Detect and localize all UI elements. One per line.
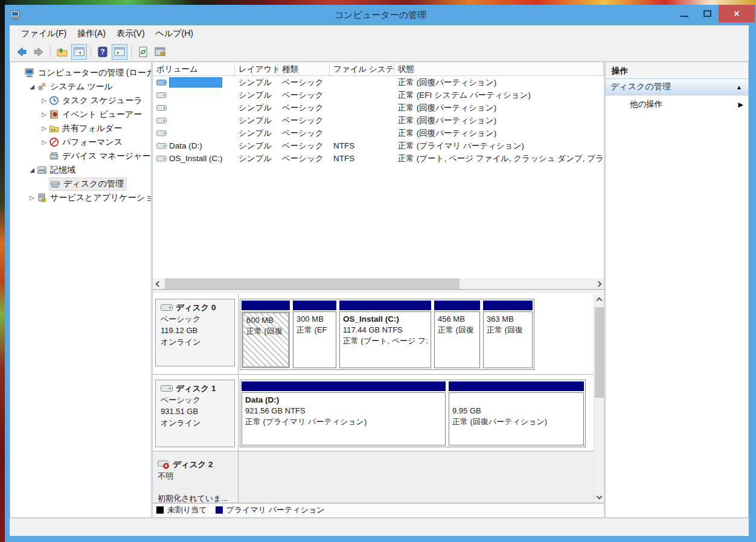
volume-list: ボリューム レイアウト 種類 ファイル システム 状態 シンプル [153, 62, 604, 278]
collapse-icon[interactable]: ▲ [736, 84, 742, 91]
tree-item-device-manager[interactable]: デバイス マネージャー [10, 149, 151, 163]
tree-item-services-applications[interactable]: ▷ サービスとアプリケーション [10, 191, 151, 205]
volume-row[interactable]: シンプル ベーシック 正常 (EFI システム パーティション) [153, 89, 604, 101]
vertical-scrollbar[interactable] [594, 294, 604, 503]
expander-icon[interactable]: ▷ [39, 125, 49, 132]
disk-0-label-box: ディスク 0 ベーシック 119.12 GB オンライン [155, 299, 235, 366]
partition[interactable]: 363 MB 正常 (回復 [483, 301, 533, 368]
toolbar-separator [50, 46, 51, 58]
menu-file[interactable]: ファイル(F) [16, 27, 72, 41]
volume-row[interactable]: Data (D:) シンプル ベーシック NTFS 正常 (プライマリ パーティ… [153, 139, 604, 152]
volume-icon [156, 79, 167, 86]
tree-item-event-viewer[interactable]: ▷ イベント ビューアー [10, 107, 151, 121]
partition[interactable]: 9.95 GB 正常 (回復パーティション) [449, 381, 584, 445]
tree-item-computer-management[interactable]: コンピューターの管理 (ローカル) [10, 66, 151, 80]
action-pane-icon [114, 46, 126, 58]
column-header-volume[interactable]: ボリューム [153, 62, 235, 75]
expander-icon[interactable]: ▷ [39, 111, 49, 118]
volume-row[interactable]: シンプル ベーシック 正常 (回復パーティション) [153, 114, 604, 127]
expander-icon[interactable]: ▷ [39, 97, 49, 104]
partition-body[interactable]: Data (D:) 921.56 GB NTFS 正常 (プライマリ パーティシ… [242, 392, 446, 445]
volume-row[interactable]: シンプル ベーシック 正常 (回復パーティション) [153, 101, 604, 114]
expander-icon[interactable]: ◢ [27, 83, 37, 90]
more-actions-item[interactable]: 他の操作 ▶ [606, 95, 748, 113]
disk-0-label-cell[interactable]: ディスク 0 ベーシック 119.12 GB オンライン [153, 294, 239, 374]
horizontal-scroll-thumb[interactable] [165, 278, 460, 289]
disk-0-partition-group: 600 MB 正常 (回復 300 MB [240, 299, 534, 370]
horizontal-scrollbar[interactable] [153, 278, 604, 289]
volume-icon [156, 117, 167, 124]
performance-gauge-icon [49, 137, 59, 147]
expander-icon[interactable]: ▷ [27, 194, 37, 201]
services-icon [37, 193, 47, 203]
partition-body[interactable]: 300 MB 正常 (EF [293, 311, 336, 368]
tree-item-label: サービスとアプリケーション [50, 193, 152, 203]
partition-color-bar [339, 301, 431, 310]
tree-item-system-tools[interactable]: ◢ システム ツール [10, 80, 151, 94]
volume-row[interactable]: シンプル ベーシック 正常 (回復パーティション) [153, 127, 604, 139]
tree-item-storage[interactable]: ◢ 記憶域 [10, 163, 151, 177]
scroll-up-arrow[interactable] [594, 295, 604, 305]
help-button[interactable]: ? [95, 44, 111, 60]
vertical-scroll-thumb[interactable] [595, 307, 604, 398]
tree-item-performance[interactable]: ▷ パフォーマンス [10, 135, 151, 149]
disk-1-label-cell[interactable]: ディスク 1 ベーシック 931.51 GB オンライン [153, 375, 239, 451]
menu-view[interactable]: 表示(V) [111, 27, 150, 41]
partition-body-selected[interactable]: 600 MB 正常 (回復 [242, 311, 290, 368]
pane-divider[interactable] [153, 289, 604, 294]
disk-graphical-view: ディスク 0 ベーシック 119.12 GB オンライン [153, 294, 604, 503]
main-area: コンピューターの管理 (ローカル) ◢ システム ツール ▷ [10, 62, 749, 518]
toggle-console-tree-button[interactable] [71, 44, 87, 60]
expander-icon[interactable]: ▷ [39, 139, 49, 145]
minimize-button[interactable] [673, 5, 696, 22]
partition-body[interactable]: 9.95 GB 正常 (回復パーティション) [449, 392, 584, 445]
computer-icon [25, 68, 35, 78]
volume-icon [156, 155, 167, 162]
up-folder-button[interactable] [54, 44, 70, 60]
expander-icon[interactable]: ◢ [27, 167, 37, 173]
scroll-down-arrow[interactable] [594, 491, 604, 502]
toggle-action-pane-button[interactable] [112, 44, 127, 60]
partition-body[interactable]: 456 MB 正常 (回復 [434, 311, 480, 368]
column-header-layout[interactable]: レイアウト [235, 62, 278, 75]
partition[interactable]: 456 MB 正常 (回復 [434, 301, 480, 368]
partition-body[interactable]: 363 MB 正常 (回復 [483, 311, 533, 368]
tree-item-disk-management[interactable]: ディスクの管理 [10, 177, 151, 191]
partition[interactable]: 300 MB 正常 (EF [293, 301, 336, 368]
partition-body[interactable]: OS_Install (C:) 117.44 GB NTFS 正常 (ブート, … [339, 311, 431, 368]
partition-color-bar [434, 301, 480, 310]
tree-item-label: システム ツール [50, 81, 113, 92]
disk-status: オンライン [161, 336, 233, 348]
menu-action[interactable]: 操作(A) [72, 27, 111, 41]
partition[interactable]: Data (D:) 921.56 GB NTFS 正常 (プライマリ パーティシ… [242, 381, 446, 445]
volume-row[interactable]: OS_Install (C:) シンプル ベーシック NTFS 正常 (ブート,… [153, 152, 604, 165]
window-controls: × [673, 5, 755, 25]
scroll-right-arrow[interactable] [593, 278, 604, 289]
partition[interactable]: OS_Install (C:) 117.44 GB NTFS 正常 (ブート, … [339, 301, 431, 368]
window-title: コンピューターの管理 [5, 10, 756, 21]
tree-item-task-scheduler[interactable]: ▷ タスク スケジューラ [10, 94, 151, 107]
disk-management-section-header[interactable]: ディスクの管理 ▲ [606, 78, 748, 95]
disk-2-empty-area[interactable] [239, 451, 594, 503]
volume-list-header: ボリューム レイアウト 種類 ファイル システム 状態 [153, 62, 604, 76]
titlebar[interactable]: コンピューターの管理 × [5, 5, 756, 25]
disk-2-label-cell[interactable]: ディスク 2 不明 初期化されていま... [153, 451, 239, 503]
close-button[interactable]: × [719, 5, 755, 22]
refresh-button[interactable] [135, 44, 151, 60]
column-header-filesystem[interactable]: ファイル システム [330, 62, 394, 75]
minimize-icon [681, 16, 688, 17]
scroll-left-arrow[interactable] [153, 278, 164, 289]
partition-color-bar [242, 301, 290, 310]
maximize-button[interactable] [696, 5, 719, 22]
partition[interactable]: 600 MB 正常 (回復 [242, 301, 290, 368]
forward-button[interactable] [31, 44, 46, 60]
back-button[interactable] [14, 44, 30, 60]
disk-management-console-button[interactable] [152, 44, 168, 60]
column-header-status[interactable]: 状態 [394, 62, 604, 75]
menu-help[interactable]: ヘルプ(H) [150, 27, 199, 41]
disk-management-panel: ボリューム レイアウト 種類 ファイル システム 状態 シンプル [152, 62, 604, 518]
tree-item-shared-folders[interactable]: ▷ 共有フォルダー [10, 121, 151, 135]
column-header-type[interactable]: 種類 [278, 62, 330, 75]
disk-1-partitions: Data (D:) 921.56 GB NTFS 正常 (プライマリ パーティシ… [239, 375, 594, 451]
volume-row[interactable]: シンプル ベーシック 正常 (回復パーティション) [153, 76, 604, 89]
